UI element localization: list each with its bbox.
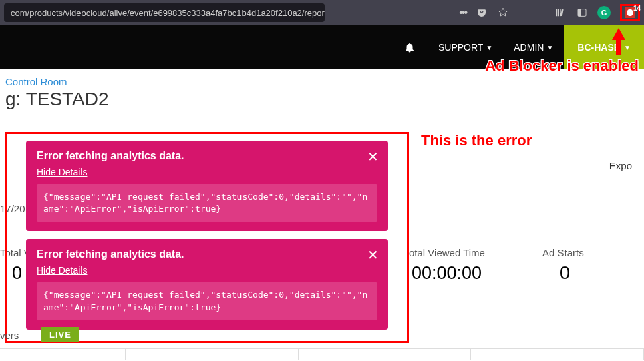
support-menu[interactable]: SUPPORT ▼ (428, 42, 503, 53)
error-details: {"message":"API request failed","statusC… (37, 282, 377, 320)
url-text: com/products/videocloud/alive/event/e699… (11, 8, 325, 18)
error-toast: ✕ Error fetching analytics data. Hide De… (26, 239, 388, 329)
star-icon[interactable] (497, 7, 509, 19)
chrome-icons: ••• G 14 (459, 4, 640, 21)
browser-chrome: com/products/videocloud/alive/event/e699… (0, 0, 644, 25)
page-title: g: TESTAD2 (0, 89, 644, 110)
chevron-down-icon: ▼ (486, 44, 492, 51)
hide-details-link[interactable]: Hide Details (37, 265, 87, 276)
library-icon[interactable] (554, 7, 567, 19)
page-content: Control Room g: TESTAD2 (0, 69, 644, 110)
chevron-down-icon: ▼ (624, 44, 631, 51)
hide-details-link[interactable]: Hide Details (37, 167, 87, 177)
error-annotation-region: ✕ Error fetching analytics data. Hide De… (5, 132, 409, 343)
ad-starts-value: 0 (560, 263, 570, 284)
url-bar[interactable]: com/products/videocloud/alive/event/e699… (4, 3, 325, 22)
close-icon[interactable]: ✕ (367, 247, 379, 263)
annotation-arrow-stem (616, 39, 621, 55)
close-icon[interactable]: ✕ (367, 149, 379, 165)
bottom-dividers (0, 348, 644, 360)
live-badge: LIVE (41, 327, 79, 342)
admin-label: ADMIN (514, 42, 544, 53)
grammarly-icon[interactable]: G (597, 6, 611, 19)
error-toast: ✕ Error fetching analytics data. Hide De… (26, 141, 388, 231)
breadcrumb[interactable]: Control Room (0, 76, 644, 87)
error-title: Error fetching analytics data. (37, 150, 377, 162)
support-label: SUPPORT (438, 42, 483, 53)
error-title: Error fetching analytics data. (37, 248, 377, 260)
admin-menu[interactable]: ADMIN ▼ (503, 42, 564, 53)
more-icon[interactable]: ••• (459, 7, 466, 19)
total-viewed-time-label: otal Viewed Time (409, 247, 485, 258)
total-viewed-time-value: 00:00:00 (412, 263, 482, 284)
vers-fragment: vers (0, 330, 19, 341)
export-link[interactable]: Expo (609, 160, 632, 171)
sidebar-icon[interactable] (576, 7, 588, 19)
ad-blocker-highlight: 14 (620, 4, 640, 21)
pocket-icon[interactable] (476, 7, 488, 19)
svg-rect-1 (578, 9, 581, 17)
account-label: BC-HASE (577, 42, 620, 53)
ad-starts-label: Ad Starts (542, 247, 584, 258)
error-details: {"message":"API request failed","statusC… (37, 184, 377, 222)
annotation-error-text: This is the error (421, 132, 532, 149)
ad-blocker-count: 14 (633, 5, 641, 12)
notifications-icon[interactable] (404, 41, 416, 53)
chevron-down-icon: ▼ (546, 44, 553, 51)
